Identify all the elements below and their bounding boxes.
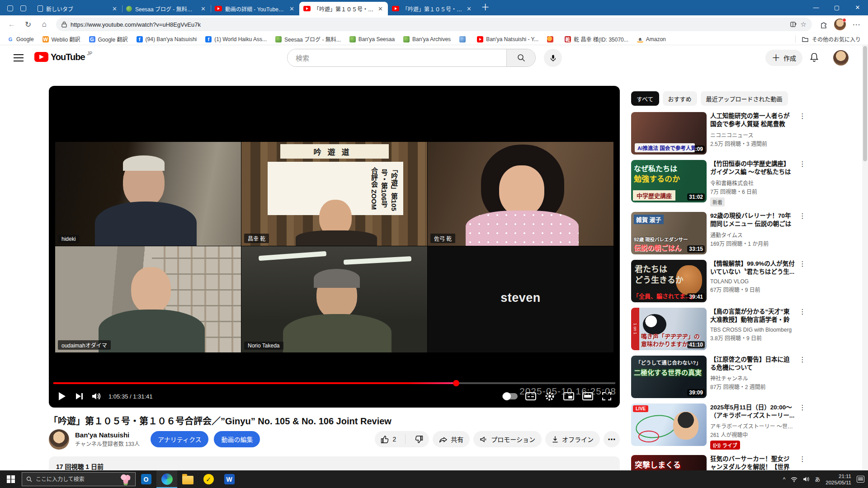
bookmark-world-haiku[interactable]: f(1) World Haiku Ass... bbox=[205, 36, 267, 42]
promotion-button[interactable]: プロモーション bbox=[473, 431, 542, 447]
chip-all[interactable]: すべて bbox=[631, 91, 659, 106]
browser-profile-avatar[interactable] bbox=[833, 17, 847, 32]
video-menu-icon[interactable]: ⋮ bbox=[798, 404, 807, 450]
home-icon[interactable]: ⌂ bbox=[37, 17, 52, 32]
minimize-button[interactable]: — bbox=[806, 0, 826, 15]
video-channel[interactable]: 令和書籍株式会社 bbox=[710, 179, 795, 187]
tab-youtube-studio[interactable]: 動画の詳細 - YouTube Studio ✕ bbox=[211, 2, 299, 15]
taskbar-outlook[interactable] bbox=[136, 470, 156, 488]
tab-close-icon[interactable]: ✕ bbox=[200, 5, 207, 12]
tab-seesaa[interactable]: Seesaa ブログ - 無料のブログ(blog)サ ✕ bbox=[122, 2, 211, 15]
next-button[interactable] bbox=[71, 387, 88, 406]
related-video-item[interactable]: 1 on 1 鳴き声「ヂヂヂヂ」の 意味わかりますか 41:10 【鳥の言葉が分… bbox=[631, 308, 807, 350]
taskbar-word[interactable] bbox=[219, 470, 240, 488]
page-scrollbar[interactable] bbox=[862, 45, 868, 470]
like-button[interactable]: 2 bbox=[375, 431, 402, 447]
favorite-star-icon[interactable]: ☆ bbox=[801, 20, 807, 28]
url-text[interactable]: https://www.youtube.com/watch?v=uH8EgVvE… bbox=[71, 21, 787, 28]
extensions-icon[interactable] bbox=[816, 17, 831, 32]
dislike-button[interactable] bbox=[409, 431, 429, 447]
description-box[interactable]: 17 回視聴 1 日前 bbox=[49, 456, 620, 470]
start-button[interactable] bbox=[0, 470, 22, 488]
chip-recommended[interactable]: おすすめ bbox=[663, 91, 697, 106]
tab-close-icon[interactable]: ✕ bbox=[288, 5, 295, 12]
video-title[interactable]: 【鳥の言葉が分かる“天才”東大准教授】動物言語学者・鈴木... bbox=[710, 308, 795, 324]
video-title[interactable]: 狂気のバーサーカー！聖女ジャンヌダルクを解説！【世界の... bbox=[710, 455, 795, 470]
action-center-icon[interactable] bbox=[857, 476, 864, 483]
network-icon[interactable] bbox=[791, 477, 797, 482]
voice-search-button[interactable] bbox=[544, 49, 562, 67]
video-menu-icon[interactable]: ⋮ bbox=[798, 455, 807, 470]
scrollbar-thumb[interactable] bbox=[863, 46, 867, 161]
video-thumbnail[interactable]: 1 on 1 鳴き声「ヂヂヂヂ」の 意味わかりますか 41:10 bbox=[631, 308, 707, 350]
tab-close-icon[interactable]: ✕ bbox=[377, 5, 384, 12]
browser-menu-icon[interactable]: ⋯ bbox=[849, 17, 863, 32]
video-title[interactable]: 2025年5月11日（日）20:00～（アキラボーイズストーリー... bbox=[710, 404, 795, 420]
more-actions-button[interactable]: ⋯ bbox=[604, 431, 620, 447]
video-title[interactable]: 【情報解禁】99.9%の人が気付いていない〝君たちはどう生... bbox=[710, 260, 795, 276]
maximize-button[interactable]: ▢ bbox=[826, 0, 847, 15]
video-title[interactable]: 92歳の現役バレリーナ！70年間同じメニュー 伝説の朝ごはん... bbox=[710, 212, 795, 229]
related-video-item[interactable]: AI推進法 国会で参考人質疑 2:45:09 人工知能研究の第一人者らが国会で参… bbox=[631, 112, 807, 155]
search-input[interactable] bbox=[288, 49, 506, 66]
tab-close-icon[interactable]: ✕ bbox=[466, 5, 472, 12]
bookmark-seesaa-blog[interactable]: Seesaa ブログ - 無料... bbox=[275, 35, 341, 43]
video-title[interactable]: 【竹田恒泰の中学歴史講座】ガイダンス編 ～なぜ私たちは勉... bbox=[710, 160, 795, 177]
video-thumbnail[interactable]: 「どうして通じ合わない?」 二極化する世界の真実 39:09 bbox=[631, 356, 707, 398]
play-button[interactable] bbox=[53, 387, 71, 406]
video-thumbnail[interactable]: 突撃しまくる バーサーカー bbox=[631, 455, 707, 470]
channel-avatar[interactable] bbox=[49, 429, 69, 450]
bookmark-google-translate[interactable]: GGoogle 翻訳 bbox=[89, 35, 128, 43]
create-button[interactable]: ＋ 作成 bbox=[765, 50, 802, 66]
seasonal-flower-icon[interactable] bbox=[120, 474, 131, 485]
taskbar-search-input[interactable] bbox=[36, 476, 117, 483]
other-favorites[interactable]: その他のお気に入り bbox=[795, 35, 861, 43]
video-thumbnail[interactable]: 君たちは どう生きるか 「全員、騙されてま...」 39:41 bbox=[631, 260, 707, 302]
bookmark-globe[interactable] bbox=[459, 36, 468, 42]
taskbar-explorer[interactable] bbox=[177, 470, 198, 488]
bookmark-banya-seesaa[interactable]: Ban'ya Seesaa bbox=[349, 36, 395, 42]
related-video-item[interactable]: 雑賀 淑子 92歳 現役バレエダンサー 伝説の朝ごはん 33:15 92歳の現役… bbox=[631, 212, 807, 254]
taskbar-edge[interactable] bbox=[156, 470, 177, 488]
video-channel[interactable]: TBS CROSS DIG with Bloomberg bbox=[710, 327, 795, 333]
bookmark-dot[interactable] bbox=[547, 36, 556, 42]
close-button[interactable]: ✕ bbox=[847, 0, 868, 15]
video-menu-icon[interactable]: ⋮ bbox=[798, 260, 807, 302]
analytics-button[interactable]: アナリティクス bbox=[151, 431, 208, 447]
edit-video-button[interactable]: 動画の編集 bbox=[214, 431, 260, 447]
back-icon[interactable]: ← bbox=[5, 17, 19, 32]
tab-actions-icon[interactable] bbox=[7, 5, 13, 11]
related-video-item[interactable]: 突撃しまくる バーサーカー 狂気のバーサーカー！聖女ジャンヌダルクを解説！【世界… bbox=[631, 455, 807, 470]
youtube-logo[interactable]: YouTube JP bbox=[34, 52, 92, 62]
video-menu-icon[interactable]: ⋮ bbox=[798, 212, 807, 254]
bookmark-banya-archives[interactable]: Ban'ya Archives bbox=[403, 36, 451, 42]
channel-name[interactable]: Ban'ya Natsuishi bbox=[75, 431, 140, 439]
workspaces-icon[interactable] bbox=[20, 5, 26, 11]
search-button[interactable] bbox=[506, 49, 535, 66]
chip-recent-uploads[interactable]: 最近アップロードされた動画 bbox=[701, 91, 788, 106]
autoplay-toggle[interactable] bbox=[502, 393, 518, 399]
related-video-item[interactable]: 君たちは どう生きるか 「全員、騙されてま...」 39:41 【情報解禁】99… bbox=[631, 260, 807, 302]
related-video-item[interactable]: なぜ私たちは 勉強するのか 中学歴史講座 31:02 【竹田恒泰の中学歴史講座】… bbox=[631, 160, 807, 206]
bookmark-facebook-banya[interactable]: f(94) Ban'ya Natsuishi bbox=[137, 36, 197, 42]
video-thumbnail[interactable]: 雑賀 淑子 92歳 現役バレエダンサー 伝説の朝ごはん 33:15 bbox=[631, 212, 707, 254]
account-avatar[interactable] bbox=[833, 50, 849, 66]
bookmark-google[interactable]: GGoogle bbox=[7, 36, 34, 42]
video-menu-icon[interactable]: ⋮ bbox=[798, 160, 807, 206]
video-channel[interactable]: 通勤タイムス bbox=[710, 231, 795, 239]
notifications-bell[interactable] bbox=[809, 52, 819, 65]
volume-icon[interactable] bbox=[803, 476, 809, 482]
hamburger-menu-icon[interactable] bbox=[14, 54, 24, 61]
video-player[interactable]: hideki 吟遊道 「吟遊」第105号・第106号 合評会 ZOOM 昌幸 乾… bbox=[49, 86, 620, 408]
address-bar[interactable]: https://www.youtube.com/watch?v=uH8EgVvE… bbox=[56, 18, 812, 31]
volume-icon[interactable] bbox=[88, 387, 105, 406]
video-title[interactable]: 【江原啓之の警告】日本に迫る危機について bbox=[710, 356, 795, 372]
video-channel[interactable]: TOLAND VLOG bbox=[710, 278, 795, 285]
related-video-item[interactable]: 「どうして通じ合わない?」 二極化する世界の真実 39:09 【江原啓之の警告】… bbox=[631, 356, 807, 398]
progress-scrubber[interactable] bbox=[453, 380, 459, 386]
share-button[interactable]: 共有 bbox=[433, 431, 470, 447]
offline-button[interactable]: オフライン bbox=[545, 431, 600, 447]
tab-new-tab[interactable]: 新しいタブ ✕ bbox=[33, 2, 122, 15]
video-menu-icon[interactable]: ⋮ bbox=[798, 308, 807, 350]
taskbar-clock[interactable]: 21:11 2025/05/11 bbox=[826, 473, 851, 486]
